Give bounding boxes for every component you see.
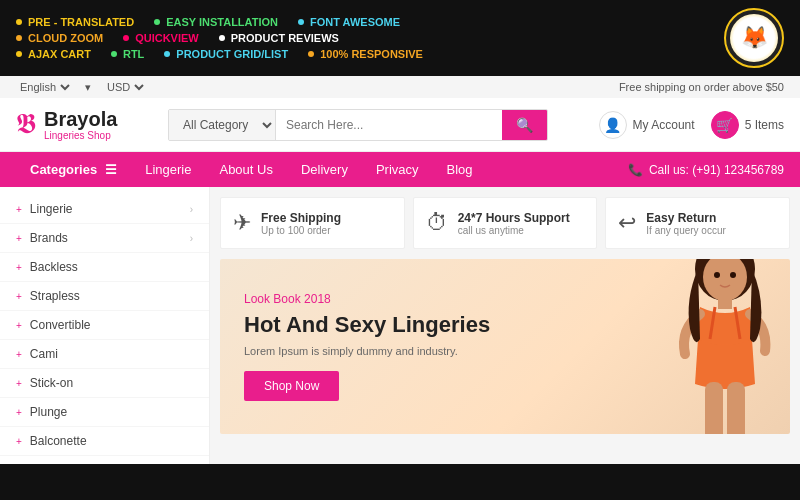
search-input[interactable]: [276, 111, 502, 139]
sidebar-item-label: Plunge: [30, 405, 67, 419]
promo-dot: [298, 19, 304, 25]
language-selector[interactable]: English: [16, 80, 73, 94]
promo-item-productreviews: PRODUCT REVIEWS: [219, 32, 339, 44]
nav-item-blog[interactable]: Blog: [433, 152, 487, 187]
nav-link-blog[interactable]: Blog: [433, 152, 487, 187]
nav-link-delivery[interactable]: Delivery: [287, 152, 362, 187]
phone-icon: 📞: [628, 163, 643, 177]
categories-button[interactable]: Categories ☰: [16, 152, 131, 187]
svg-point-8: [730, 272, 736, 278]
plus-icon: +: [16, 204, 22, 215]
top-bar-left: English ▾ USD: [16, 80, 147, 94]
return-icon: ↩: [618, 210, 636, 236]
feature-title: Free Shipping: [261, 211, 341, 225]
plus-icon: +: [16, 233, 22, 244]
nav-link-aboutus[interactable]: About Us: [205, 152, 286, 187]
hero-desc: Lorem Ipsum is simply dummy and industry…: [244, 345, 766, 357]
plus-icon: +: [16, 407, 22, 418]
nav-item-lingerie[interactable]: Lingerie: [131, 152, 205, 187]
sidebar-item-convertible[interactable]: + Convertible: [0, 311, 209, 340]
feature-return: ↩ Easy Return If any query occur: [605, 197, 790, 249]
arrow-icon: ›: [190, 204, 193, 215]
feature-title: Easy Return: [646, 211, 725, 225]
cart-label: 5 Items: [745, 118, 784, 132]
plus-icon: +: [16, 320, 22, 331]
shipping-notice: Free shipping on order above $50: [619, 81, 784, 93]
categories-label: Categories: [30, 162, 97, 177]
sidebar-item-balconette[interactable]: + Balconette: [0, 427, 209, 456]
feature-text-support: 24*7 Hours Support call us anytime: [458, 211, 570, 236]
promo-logo: 🦊: [724, 8, 784, 68]
promo-item-quickview: QUICKVIEW: [123, 32, 199, 44]
header-actions: 👤 My Account 🛒 5 Items: [599, 111, 784, 139]
arrow-icon: ›: [190, 233, 193, 244]
sidebar-item-lingerie[interactable]: + Lingerie ›: [0, 195, 209, 224]
nav-item-aboutus[interactable]: About Us: [205, 152, 286, 187]
sidebar-item-label: Strapless: [30, 289, 80, 303]
promo-dot: [16, 19, 22, 25]
promo-item-cloudzoom: CLOUD ZOOM: [16, 32, 103, 44]
sidebar-item-label: Stick-on: [30, 376, 73, 390]
sidebar-item-strapless[interactable]: + Strapless: [0, 282, 209, 311]
hero-subtitle: Look Book 2018: [244, 292, 766, 306]
cart-icon: 🛒: [711, 111, 739, 139]
nav-link-lingerie[interactable]: Lingerie: [131, 152, 205, 187]
currency-separator: ▾: [85, 81, 91, 94]
sidebar-item-cami[interactable]: + Cami: [0, 340, 209, 369]
feature-sub: Up to 100 order: [261, 225, 341, 236]
shop-now-button[interactable]: Shop Now: [244, 371, 339, 401]
sidebar-item-label: Balconette: [30, 434, 87, 448]
promo-banner: PRE - TRANSLATED EASY INSTALLATION FONT …: [0, 0, 800, 76]
call-info: 📞 Call us: (+91) 123456789: [628, 163, 784, 177]
content-area: + Lingerie › + Brands › + Backless + Str…: [0, 187, 800, 464]
promo-item-fontawesome: FONT AWESOME: [298, 16, 400, 28]
support-icon: ⏱: [426, 210, 448, 236]
logo-icon: 𝕭: [16, 108, 36, 141]
promo-item-productgrid: PRODUCT GRID/LIST: [164, 48, 288, 60]
plus-icon: +: [16, 378, 22, 389]
search-category-select[interactable]: All Category: [169, 110, 276, 140]
promo-item-easyinstall: EASY INSTALLATION: [154, 16, 278, 28]
promo-row-3: AJAX CART RTL PRODUCT GRID/LIST 100% RES…: [16, 48, 724, 60]
promo-dot: [308, 51, 314, 57]
sidebar-item-plunge[interactable]: + Plunge: [0, 398, 209, 427]
nav-item-delivery[interactable]: Delivery: [287, 152, 362, 187]
sidebar: + Lingerie › + Brands › + Backless + Str…: [0, 187, 210, 464]
feature-text-return: Easy Return If any query occur: [646, 211, 725, 236]
promo-rows: PRE - TRANSLATED EASY INSTALLATION FONT …: [16, 16, 724, 60]
sidebar-item-label: Lingerie: [30, 202, 73, 216]
sidebar-item-label: Brands: [30, 231, 68, 245]
search-button[interactable]: 🔍: [502, 110, 547, 140]
nav-item-privacy[interactable]: Privacy: [362, 152, 433, 187]
logo[interactable]: 𝕭 Brayola Lingeries Shop: [16, 108, 117, 141]
account-icon: 👤: [599, 111, 627, 139]
plus-icon: +: [16, 291, 22, 302]
plus-icon: +: [16, 349, 22, 360]
promo-dot: [154, 19, 160, 25]
promo-item-rtl: RTL: [111, 48, 144, 60]
sidebar-item-brands[interactable]: + Brands ›: [0, 224, 209, 253]
account-label: My Account: [633, 118, 695, 132]
account-action[interactable]: 👤 My Account: [599, 111, 695, 139]
search-bar: All Category 🔍: [168, 109, 548, 141]
promo-dot: [111, 51, 117, 57]
sidebar-item-label: Cami: [30, 347, 58, 361]
feature-sub: If any query occur: [646, 225, 725, 236]
sidebar-item-stickon[interactable]: + Stick-on: [0, 369, 209, 398]
logo-text: Brayola Lingeries Shop: [44, 108, 117, 141]
cart-action[interactable]: 🛒 5 Items: [711, 111, 784, 139]
currency-selector[interactable]: USD: [103, 80, 147, 94]
promo-item-ajaxcart: AJAX CART: [16, 48, 91, 60]
sidebar-item-label: Convertible: [30, 318, 91, 332]
feature-support: ⏱ 24*7 Hours Support call us anytime: [413, 197, 598, 249]
promo-row-2: CLOUD ZOOM QUICKVIEW PRODUCT REVIEWS: [16, 32, 724, 44]
feature-sub: call us anytime: [458, 225, 570, 236]
promo-dot: [123, 35, 129, 41]
sidebar-item-backless[interactable]: + Backless: [0, 253, 209, 282]
promo-row-1: PRE - TRANSLATED EASY INSTALLATION FONT …: [16, 16, 724, 28]
brand-tagline: Lingeries Shop: [44, 130, 117, 141]
hero-content: Look Book 2018 Hot And Sexy Lingeries Lo…: [244, 292, 766, 400]
promo-dot: [16, 35, 22, 41]
feature-boxes: ✈ Free Shipping Up to 100 order ⏱ 24*7 H…: [220, 197, 790, 249]
nav-link-privacy[interactable]: Privacy: [362, 152, 433, 187]
